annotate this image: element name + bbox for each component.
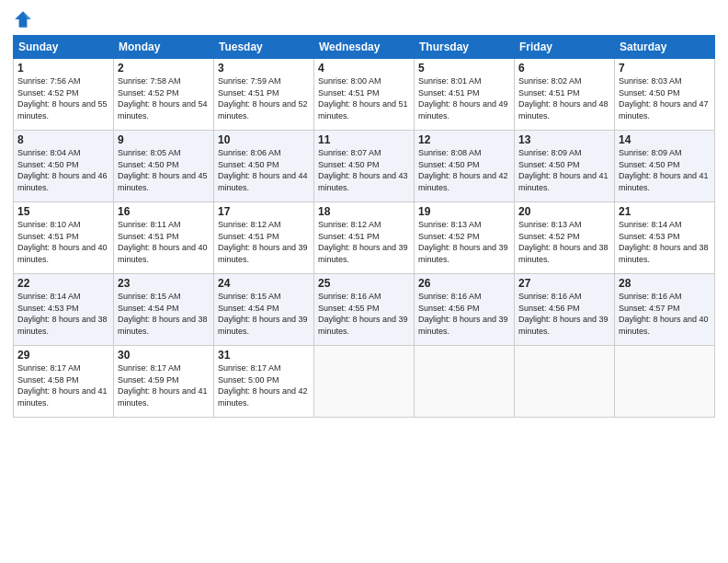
calendar-cell: 30Sunrise: 8:17 AMSunset: 4:59 PMDayligh… (114, 346, 214, 418)
cell-info: Sunrise: 8:10 AMSunset: 4:51 PMDaylight:… (17, 219, 109, 265)
calendar-header-row: SundayMondayTuesdayWednesdayThursdayFrid… (14, 36, 715, 59)
day-header-wednesday: Wednesday (314, 36, 415, 59)
calendar-cell: 6Sunrise: 8:02 AMSunset: 4:51 PMDaylight… (515, 59, 615, 131)
day-number: 27 (518, 277, 610, 290)
calendar-cell: 21Sunrise: 8:14 AMSunset: 4:53 PMDayligh… (615, 202, 715, 274)
cell-info: Sunrise: 8:16 AMSunset: 4:56 PMDaylight:… (518, 291, 610, 337)
day-number: 1 (17, 62, 109, 75)
calendar-cell: 2Sunrise: 7:58 AMSunset: 4:52 PMDaylight… (114, 59, 214, 131)
cell-info: Sunrise: 7:58 AMSunset: 4:52 PMDaylight:… (118, 75, 210, 121)
calendar-cell: 24Sunrise: 8:15 AMSunset: 4:54 PMDayligh… (214, 274, 314, 346)
header (13, 9, 715, 29)
day-header-sunday: Sunday (14, 36, 114, 59)
calendar-week-5: 29Sunrise: 8:17 AMSunset: 4:58 PMDayligh… (14, 346, 715, 418)
calendar-cell (314, 346, 415, 418)
day-number: 18 (318, 205, 410, 218)
day-number: 20 (518, 205, 610, 218)
cell-info: Sunrise: 8:17 AMSunset: 5:00 PMDaylight:… (218, 362, 310, 408)
calendar-cell: 26Sunrise: 8:16 AMSunset: 4:56 PMDayligh… (415, 274, 515, 346)
day-number: 2 (118, 62, 210, 75)
day-number: 15 (17, 205, 109, 218)
cell-info: Sunrise: 8:12 AMSunset: 4:51 PMDaylight:… (318, 219, 410, 265)
calendar-cell: 29Sunrise: 8:17 AMSunset: 4:58 PMDayligh… (14, 346, 114, 418)
calendar-cell: 25Sunrise: 8:16 AMSunset: 4:55 PMDayligh… (314, 274, 415, 346)
cell-info: Sunrise: 8:03 AMSunset: 4:50 PMDaylight:… (619, 75, 711, 121)
day-number: 21 (619, 205, 711, 218)
day-number: 30 (118, 349, 210, 362)
calendar-cell (515, 346, 615, 418)
calendar-cell: 4Sunrise: 8:00 AMSunset: 4:51 PMDaylight… (314, 59, 415, 131)
cell-info: Sunrise: 8:17 AMSunset: 4:59 PMDaylight:… (118, 362, 210, 408)
cell-info: Sunrise: 8:16 AMSunset: 4:57 PMDaylight:… (619, 291, 711, 337)
calendar-cell: 23Sunrise: 8:15 AMSunset: 4:54 PMDayligh… (114, 274, 214, 346)
day-number: 13 (518, 133, 610, 146)
day-header-saturday: Saturday (615, 36, 715, 59)
day-number: 31 (218, 349, 310, 362)
calendar-cell: 28Sunrise: 8:16 AMSunset: 4:57 PMDayligh… (615, 274, 715, 346)
day-number: 23 (118, 277, 210, 290)
calendar-week-1: 1Sunrise: 7:56 AMSunset: 4:52 PMDaylight… (14, 59, 715, 131)
day-header-thursday: Thursday (415, 36, 515, 59)
cell-info: Sunrise: 8:13 AMSunset: 4:52 PMDaylight:… (418, 219, 510, 265)
day-header-tuesday: Tuesday (214, 36, 314, 59)
calendar-cell: 3Sunrise: 7:59 AMSunset: 4:51 PMDaylight… (214, 59, 314, 131)
day-number: 28 (619, 277, 711, 290)
calendar-cell: 20Sunrise: 8:13 AMSunset: 4:52 PMDayligh… (515, 202, 615, 274)
cell-info: Sunrise: 8:15 AMSunset: 4:54 PMDaylight:… (118, 291, 210, 337)
calendar-cell: 18Sunrise: 8:12 AMSunset: 4:51 PMDayligh… (314, 202, 415, 274)
calendar-cell: 11Sunrise: 8:07 AMSunset: 4:50 PMDayligh… (314, 131, 415, 202)
day-number: 7 (619, 62, 711, 75)
cell-info: Sunrise: 8:14 AMSunset: 4:53 PMDaylight:… (17, 291, 109, 337)
day-number: 17 (218, 205, 310, 218)
calendar-cell: 10Sunrise: 8:06 AMSunset: 4:50 PMDayligh… (214, 131, 314, 202)
calendar-cell: 16Sunrise: 8:11 AMSunset: 4:51 PMDayligh… (114, 202, 214, 274)
day-number: 6 (518, 62, 610, 75)
calendar-cell (415, 346, 515, 418)
cell-info: Sunrise: 8:04 AMSunset: 4:50 PMDaylight:… (17, 147, 109, 193)
cell-info: Sunrise: 8:08 AMSunset: 4:50 PMDaylight:… (418, 147, 510, 193)
day-number: 12 (418, 133, 510, 146)
cell-info: Sunrise: 8:09 AMSunset: 4:50 PMDaylight:… (619, 147, 711, 193)
day-number: 5 (418, 62, 510, 75)
cell-info: Sunrise: 7:59 AMSunset: 4:51 PMDaylight:… (218, 75, 310, 121)
calendar-cell (615, 346, 715, 418)
day-number: 26 (418, 277, 510, 290)
cell-info: Sunrise: 8:16 AMSunset: 4:56 PMDaylight:… (418, 291, 510, 337)
cell-info: Sunrise: 8:07 AMSunset: 4:50 PMDaylight:… (318, 147, 410, 193)
calendar-cell: 27Sunrise: 8:16 AMSunset: 4:56 PMDayligh… (515, 274, 615, 346)
day-header-friday: Friday (515, 36, 615, 59)
calendar-cell: 19Sunrise: 8:13 AMSunset: 4:52 PMDayligh… (415, 202, 515, 274)
day-number: 14 (619, 133, 711, 146)
cell-info: Sunrise: 8:05 AMSunset: 4:50 PMDaylight:… (118, 147, 210, 193)
logo (13, 9, 35, 29)
calendar-cell: 12Sunrise: 8:08 AMSunset: 4:50 PMDayligh… (415, 131, 515, 202)
calendar-week-3: 15Sunrise: 8:10 AMSunset: 4:51 PMDayligh… (14, 202, 715, 274)
calendar-cell: 17Sunrise: 8:12 AMSunset: 4:51 PMDayligh… (214, 202, 314, 274)
calendar-table: SundayMondayTuesdayWednesdayThursdayFrid… (13, 35, 715, 418)
calendar-cell: 8Sunrise: 8:04 AMSunset: 4:50 PMDaylight… (14, 131, 114, 202)
calendar-page: SundayMondayTuesdayWednesdayThursdayFrid… (0, 0, 728, 563)
day-number: 24 (218, 277, 310, 290)
calendar-cell: 15Sunrise: 8:10 AMSunset: 4:51 PMDayligh… (14, 202, 114, 274)
cell-info: Sunrise: 8:00 AMSunset: 4:51 PMDaylight:… (318, 75, 410, 121)
day-number: 25 (318, 277, 410, 290)
cell-info: Sunrise: 8:02 AMSunset: 4:51 PMDaylight:… (518, 75, 610, 121)
day-number: 3 (218, 62, 310, 75)
day-number: 22 (17, 277, 109, 290)
calendar-cell: 22Sunrise: 8:14 AMSunset: 4:53 PMDayligh… (14, 274, 114, 346)
day-number: 11 (318, 133, 410, 146)
cell-info: Sunrise: 8:17 AMSunset: 4:58 PMDaylight:… (17, 362, 109, 408)
cell-info: Sunrise: 8:13 AMSunset: 4:52 PMDaylight:… (518, 219, 610, 265)
cell-info: Sunrise: 8:09 AMSunset: 4:50 PMDaylight:… (518, 147, 610, 193)
calendar-cell: 5Sunrise: 8:01 AMSunset: 4:51 PMDaylight… (415, 59, 515, 131)
day-number: 16 (118, 205, 210, 218)
cell-info: Sunrise: 7:56 AMSunset: 4:52 PMDaylight:… (17, 75, 109, 121)
day-number: 10 (218, 133, 310, 146)
calendar-cell: 9Sunrise: 8:05 AMSunset: 4:50 PMDaylight… (114, 131, 214, 202)
day-number: 9 (118, 133, 210, 146)
calendar-cell: 7Sunrise: 8:03 AMSunset: 4:50 PMDaylight… (615, 59, 715, 131)
calendar-cell: 13Sunrise: 8:09 AMSunset: 4:50 PMDayligh… (515, 131, 615, 202)
cell-info: Sunrise: 8:16 AMSunset: 4:55 PMDaylight:… (318, 291, 410, 337)
cell-info: Sunrise: 8:12 AMSunset: 4:51 PMDaylight:… (218, 219, 310, 265)
calendar-cell: 1Sunrise: 7:56 AMSunset: 4:52 PMDaylight… (14, 59, 114, 131)
